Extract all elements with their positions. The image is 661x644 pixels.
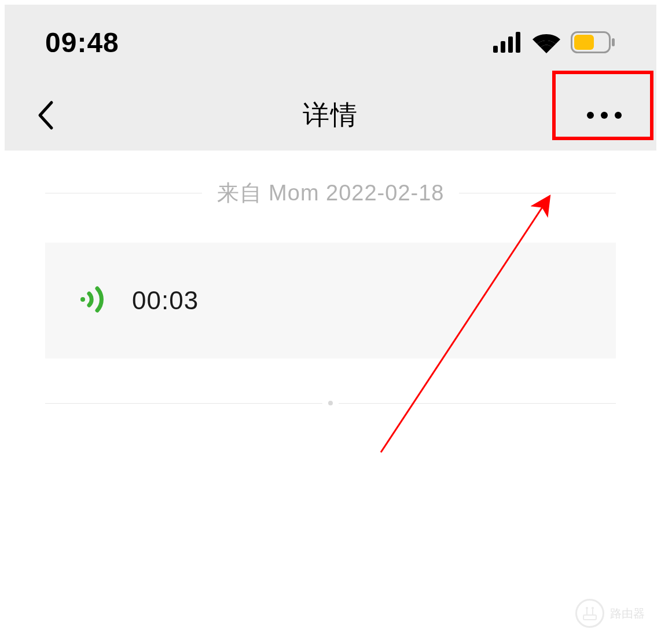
svg-point-13 (592, 607, 594, 609)
voice-duration: 00:03 (132, 286, 199, 315)
svg-rect-9 (583, 615, 596, 620)
ellipsis-icon (587, 112, 594, 119)
source-label: 来自 Mom 2022-02-18 (202, 178, 460, 208)
svg-rect-2 (508, 36, 513, 53)
chevron-left-icon (36, 100, 54, 130)
divider-dot-icon (328, 401, 333, 405)
navigation-bar: 详情 (5, 80, 656, 151)
status-time: 09:48 (45, 27, 119, 58)
svg-rect-0 (493, 46, 498, 53)
source-info-row: 来自 Mom 2022-02-18 (45, 151, 616, 225)
svg-rect-1 (501, 41, 505, 53)
cellular-signal-icon (493, 32, 522, 53)
svg-rect-5 (574, 35, 594, 50)
section-divider (45, 401, 616, 405)
back-button[interactable] (28, 98, 63, 133)
wifi-icon (531, 31, 561, 53)
svg-rect-3 (516, 32, 520, 53)
router-icon (575, 599, 604, 628)
content-area: 来自 Mom 2022-02-18 00:03 (5, 151, 656, 405)
voice-message-card[interactable]: 00:03 (45, 243, 616, 358)
status-bar: 09:48 (5, 5, 656, 80)
more-options-button[interactable] (570, 92, 639, 138)
voice-play-icon (80, 285, 109, 316)
status-indicators (493, 31, 616, 53)
svg-point-12 (586, 607, 588, 609)
svg-rect-6 (612, 38, 615, 46)
page-title: 详情 (303, 97, 358, 133)
watermark-text: 路由器 (610, 606, 645, 620)
watermark: 路由器 (575, 599, 645, 628)
svg-point-7 (80, 297, 85, 302)
battery-icon (571, 31, 616, 53)
